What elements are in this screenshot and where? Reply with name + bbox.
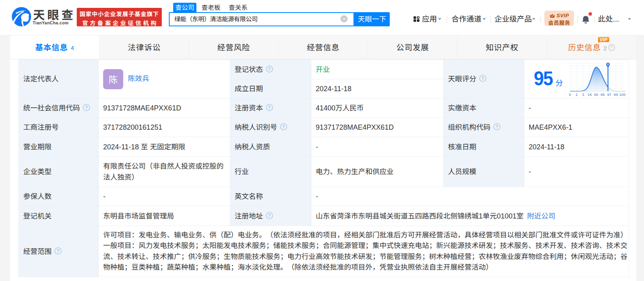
svg-text:?: ? [268, 105, 271, 110]
svg-text:?: ? [496, 124, 498, 130]
svg-text:?: ? [57, 248, 59, 253]
svg-text:0: 0 [569, 92, 571, 97]
svg-text:85: 85 [601, 92, 605, 97]
svg-text:?: ? [85, 105, 88, 110]
svg-text:50: 50 [594, 92, 598, 97]
svg-text:?: ? [481, 76, 484, 81]
svg-text:?: ? [268, 66, 271, 72]
svg-text:1: 1 [576, 92, 577, 97]
svg-text:100: 100 [619, 92, 625, 97]
svg-text:?: ? [268, 213, 271, 218]
svg-text:15: 15 [588, 92, 592, 97]
svg-text:?: ? [610, 45, 613, 50]
svg-text:99: 99 [614, 92, 618, 97]
svg-text:3: 3 [582, 92, 584, 97]
svg-text:?: ? [282, 124, 285, 130]
svg-text:97: 97 [607, 92, 612, 97]
